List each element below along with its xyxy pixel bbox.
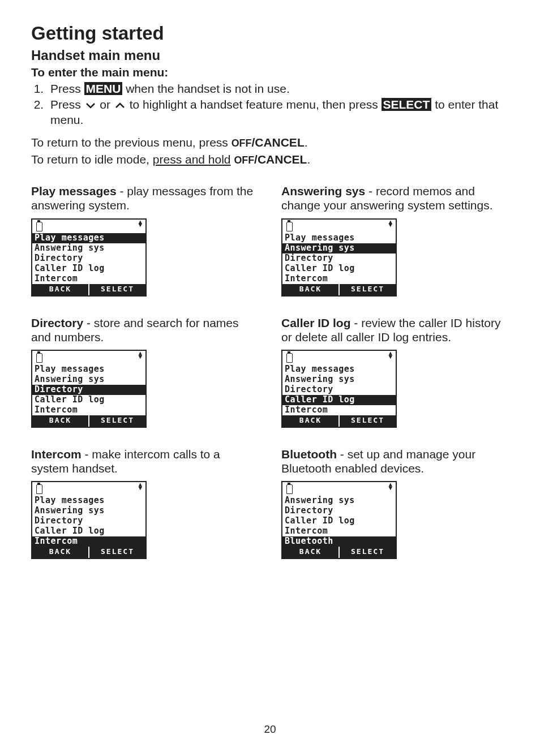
page-subtitle: Handset main menu bbox=[31, 48, 509, 63]
menu-item-dir[interactable]: Directory bbox=[32, 516, 145, 526]
menu-item-ans[interactable]: Answering sys bbox=[282, 375, 396, 385]
return-prev: To return to the previous menu, press OF… bbox=[31, 135, 509, 150]
page-title: Getting started bbox=[31, 23, 509, 44]
menu-item-ans[interactable]: Answering sys bbox=[32, 243, 145, 254]
menu-item-bt[interactable]: Bluetooth bbox=[282, 536, 396, 547]
return-idle: To return to idle mode, press and hold O… bbox=[31, 152, 509, 167]
intercom-desc: Intercom - make intercom calls to a syst… bbox=[31, 447, 259, 475]
scroll-arrows-icon: ▲▼ bbox=[138, 221, 142, 227]
menu-item-cid[interactable]: Caller ID log bbox=[32, 526, 145, 536]
menu-item-cid[interactable]: Caller ID log bbox=[32, 264, 145, 274]
scroll-arrows-icon: ▲▼ bbox=[138, 353, 142, 359]
menu-item-cid[interactable]: Caller ID log bbox=[282, 516, 396, 526]
menu-key: MENU bbox=[84, 82, 123, 95]
section-title: To enter the main menu: bbox=[31, 66, 509, 79]
menu-item-ans[interactable]: Answering sys bbox=[32, 506, 145, 516]
menu-item-play[interactable]: Play messages bbox=[32, 233, 145, 243]
softkey-back[interactable]: BACK bbox=[282, 415, 338, 427]
menu-item-cid[interactable]: Caller ID log bbox=[282, 264, 396, 274]
menu-item-cid[interactable]: Caller ID log bbox=[32, 395, 145, 405]
softkey-select[interactable]: SELECT bbox=[88, 284, 145, 295]
menu-item-play[interactable]: Play messages bbox=[282, 233, 396, 243]
answering-sys-desc: Answering sys - record memos and change … bbox=[281, 184, 509, 212]
signal-icon bbox=[286, 353, 293, 362]
softkey-select[interactable]: SELECT bbox=[88, 415, 145, 427]
bluetooth-desc: Bluetooth - set up and manage your Bluet… bbox=[281, 447, 509, 475]
menu-item-dir[interactable]: Directory bbox=[282, 254, 396, 264]
softkey-back[interactable]: BACK bbox=[282, 284, 338, 295]
lcd-answering-sys: ▲▼ Play messages Answering sys Directory… bbox=[281, 218, 397, 297]
page-number: 20 bbox=[0, 723, 540, 736]
directory-desc: Directory - store and search for names a… bbox=[31, 316, 259, 344]
softkey-select[interactable]: SELECT bbox=[338, 284, 396, 295]
lcd-directory: ▲▼ Play messages Answering sys Directory… bbox=[31, 350, 147, 428]
menu-item-int[interactable]: Intercom bbox=[282, 526, 396, 536]
menu-item-int[interactable]: Intercom bbox=[282, 274, 396, 284]
chevron-down-icon bbox=[85, 102, 96, 109]
softkey-select[interactable]: SELECT bbox=[338, 547, 396, 558]
lcd-play-messages: ▲▼ Play messages Answering sys Directory… bbox=[31, 218, 147, 297]
menu-item-play[interactable]: Play messages bbox=[282, 364, 396, 375]
scroll-arrows-icon: ▲▼ bbox=[388, 484, 392, 490]
menu-item-dir[interactable]: Directory bbox=[282, 506, 396, 516]
menu-item-int[interactable]: Intercom bbox=[32, 536, 145, 547]
menu-item-cid[interactable]: Caller ID log bbox=[282, 395, 396, 405]
signal-icon bbox=[36, 484, 42, 493]
menu-item-ans[interactable]: Answering sys bbox=[282, 496, 396, 506]
signal-icon bbox=[36, 353, 42, 362]
play-messages-desc: Play messages - play messages from the a… bbox=[31, 184, 259, 212]
signal-icon bbox=[286, 484, 293, 493]
chevron-up-icon bbox=[114, 102, 126, 109]
step-1: Press MENU when the handset is not in us… bbox=[47, 81, 509, 96]
menu-item-int[interactable]: Intercom bbox=[32, 274, 145, 284]
step-2: Press or to highlight a handset feature … bbox=[47, 97, 509, 127]
menu-item-play[interactable]: Play messages bbox=[32, 364, 145, 375]
menu-item-dir[interactable]: Directory bbox=[282, 385, 396, 395]
lcd-intercom: ▲▼ Play messages Answering sys Directory… bbox=[31, 481, 147, 559]
signal-icon bbox=[286, 222, 293, 231]
scroll-arrows-icon: ▲▼ bbox=[388, 221, 392, 227]
softkey-back[interactable]: BACK bbox=[32, 547, 88, 558]
select-key: SELECT bbox=[382, 98, 432, 111]
softkey-select[interactable]: SELECT bbox=[338, 415, 396, 427]
caller-id-desc: Caller ID log - review the caller ID his… bbox=[281, 316, 509, 344]
scroll-arrows-icon: ▲▼ bbox=[138, 484, 142, 490]
lcd-bluetooth: ▲▼ Answering sys Directory Caller ID log… bbox=[281, 481, 397, 559]
softkey-back[interactable]: BACK bbox=[32, 284, 88, 295]
menu-item-int[interactable]: Intercom bbox=[32, 405, 145, 415]
signal-icon bbox=[36, 222, 42, 231]
menu-item-play[interactable]: Play messages bbox=[32, 496, 145, 506]
menu-item-dir[interactable]: Directory bbox=[32, 385, 145, 395]
softkey-back[interactable]: BACK bbox=[282, 547, 338, 558]
menu-item-dir[interactable]: Directory bbox=[32, 254, 145, 264]
softkey-back[interactable]: BACK bbox=[32, 415, 88, 427]
scroll-arrows-icon: ▲▼ bbox=[388, 353, 392, 359]
softkey-select[interactable]: SELECT bbox=[88, 547, 145, 558]
lcd-caller-id: ▲▼ Play messages Answering sys Directory… bbox=[281, 350, 397, 428]
menu-item-ans[interactable]: Answering sys bbox=[282, 243, 396, 254]
menu-item-ans[interactable]: Answering sys bbox=[32, 375, 145, 385]
menu-item-int[interactable]: Intercom bbox=[282, 405, 396, 415]
